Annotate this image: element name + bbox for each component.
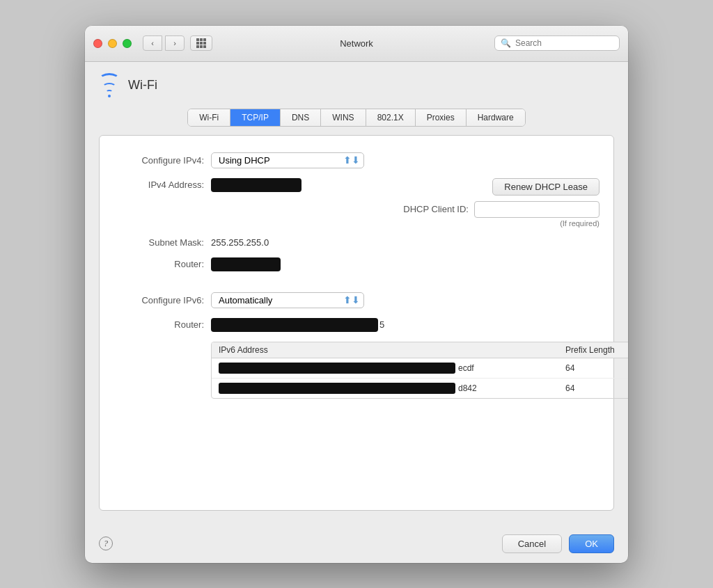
ipv6-address-table: IPv6 Address Prefix Length ecdf 64 d842 — [211, 342, 628, 399]
tabs-container: Wi-Fi TCP/IP DNS WINS 802.1X Proxies Har… — [99, 109, 614, 127]
separator — [113, 281, 600, 292]
dhcp-client-input[interactable] — [474, 201, 600, 218]
search-input[interactable] — [515, 38, 613, 48]
ipv6-addr-suffix-2: d842 — [458, 383, 477, 393]
router6-label: Router: — [113, 319, 211, 330]
router6-value-redacted — [211, 318, 378, 332]
help-button[interactable]: ? — [99, 537, 113, 550]
grid-view-button[interactable] — [190, 35, 212, 51]
ok-button[interactable]: OK — [569, 534, 614, 553]
window-controls — [93, 39, 132, 48]
router-label: Router: — [113, 259, 211, 269]
content-area: Wi-Fi Wi-Fi TCP/IP DNS WINS 802.1X Proxi… — [85, 62, 628, 525]
tab-wifi[interactable]: Wi-Fi — [188, 109, 230, 126]
router6-row: Router: 5 — [113, 318, 600, 332]
ipv6-addr-cell-1: ecdf — [219, 363, 565, 374]
configure-ipv4-select[interactable]: Using DHCP — [211, 152, 364, 168]
ipv6-prefix-1: 64 — [565, 363, 628, 373]
cancel-button[interactable]: Cancel — [502, 534, 562, 553]
router-row: Router: — [113, 257, 600, 271]
back-button[interactable]: ‹ — [143, 35, 162, 51]
subnet-mask-value: 255.255.255.0 — [211, 237, 269, 248]
titlebar: ‹ › Network 🔍 — [85, 26, 628, 62]
wifi-header: Wi-Fi — [99, 73, 614, 97]
minimize-button[interactable] — [108, 39, 117, 48]
dhcp-client-label: DHCP Client ID: — [403, 201, 469, 214]
configure-ipv6-row: Configure IPv6: Automatically ⬆⬇ — [113, 292, 600, 308]
ipv6-table-header: IPv6 Address Prefix Length — [212, 342, 628, 358]
search-box[interactable]: 🔍 — [494, 35, 620, 51]
ipv6-addr-redacted-2 — [219, 383, 455, 394]
wifi-icon — [99, 73, 120, 97]
forward-icon: › — [173, 39, 176, 47]
back-icon: ‹ — [151, 39, 154, 47]
maximize-button[interactable] — [123, 39, 132, 48]
ipv4-address-label: IPv4 Address: — [113, 180, 211, 190]
nav-buttons: ‹ › — [143, 35, 185, 51]
table-row: ecdf 64 — [212, 358, 628, 379]
ipv6-col-prefix-header: Prefix Length — [565, 345, 628, 355]
ipv6-col-address-header: IPv6 Address — [219, 345, 565, 355]
configure-ipv6-select[interactable]: Automatically — [211, 292, 364, 308]
configure-ipv6-select-wrapper: Automatically ⬆⬇ — [211, 292, 364, 308]
tabs: Wi-Fi TCP/IP DNS WINS 802.1X Proxies Har… — [187, 109, 525, 127]
renew-dhcp-button[interactable]: Renew DHCP Lease — [492, 178, 600, 196]
ipv6-addr-cell-2: d842 — [219, 383, 565, 394]
wifi-label: Wi-Fi — [128, 78, 157, 93]
dhcp-input-wrap: (If required) — [474, 201, 600, 228]
tab-hardware[interactable]: Hardware — [467, 109, 525, 126]
tab-8021x[interactable]: 802.1X — [366, 109, 416, 126]
tab-wins[interactable]: WINS — [321, 109, 366, 126]
bottom-bar: ? Cancel OK — [85, 525, 628, 563]
tab-tcpip[interactable]: TCP/IP — [230, 109, 281, 126]
configure-ipv6-label: Configure IPv6: — [113, 295, 211, 305]
ipv6-addr-redacted-1 — [219, 363, 455, 374]
right-actions: Renew DHCP Lease DHCP Client ID: (If req… — [403, 178, 600, 228]
configure-ipv4-label: Configure IPv4: — [113, 155, 211, 166]
forward-button[interactable]: › — [165, 35, 185, 51]
grid-icon — [196, 38, 206, 48]
action-buttons: Cancel OK — [502, 534, 614, 553]
ipv4-address-redacted — [211, 178, 301, 192]
router-value-redacted — [211, 257, 281, 271]
ipv4-address-row: IPv4 Address: Renew DHCP Lease DHCP Clie… — [113, 178, 600, 228]
tcpip-panel: Configure IPv4: Using DHCP ⬆⬇ IPv4 Addre… — [99, 135, 614, 511]
tab-proxies[interactable]: Proxies — [416, 109, 467, 126]
ipv4-left: IPv4 Address: — [113, 178, 403, 192]
if-required-text: (If required) — [560, 219, 600, 228]
network-window: ‹ › Network 🔍 — [85, 26, 628, 563]
close-button[interactable] — [93, 39, 102, 48]
subnet-mask-label: Subnet Mask: — [113, 237, 211, 248]
configure-ipv4-select-wrapper: Using DHCP ⬆⬇ — [211, 152, 364, 168]
ipv6-addr-suffix-1: ecdf — [458, 363, 474, 373]
window-title: Network — [340, 38, 373, 49]
subnet-mask-row: Subnet Mask: 255.255.255.0 — [113, 237, 600, 248]
search-icon: 🔍 — [501, 38, 511, 48]
dhcp-client-row: DHCP Client ID: (If required) — [403, 201, 600, 228]
table-row: d842 64 — [212, 379, 628, 398]
router6-suffix: 5 — [379, 319, 384, 330]
ipv6-prefix-2: 64 — [565, 383, 628, 393]
configure-ipv4-row: Configure IPv4: Using DHCP ⬆⬇ — [113, 152, 600, 168]
tab-dns[interactable]: DNS — [281, 109, 321, 126]
